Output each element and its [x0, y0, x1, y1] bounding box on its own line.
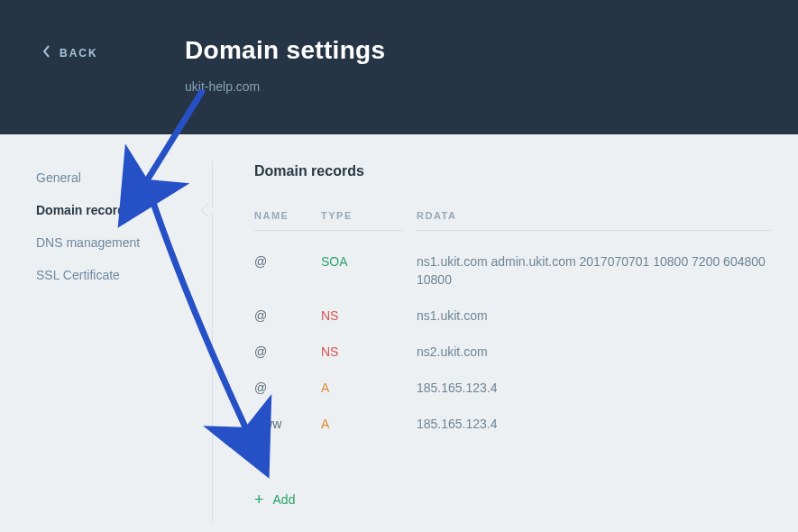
cell-name: @	[254, 307, 321, 325]
cell-name: @	[254, 252, 321, 271]
table-row: @ A 185.165.123.4	[254, 370, 771, 406]
add-record-button[interactable]: + Add	[254, 487, 771, 512]
content: General Domain records DNS management SS…	[0, 134, 798, 522]
header-main: Domain settings ukit-help.com	[185, 36, 385, 94]
table-row: @ SOA ns1.ukit.com admin.ukit.com 201707…	[254, 243, 771, 298]
sidebar-item-general[interactable]: General	[36, 163, 212, 192]
header: BACK Domain settings ukit-help.com	[0, 0, 798, 134]
cell-rdata: ns1.ukit.com admin.ukit.com 2017070701 1…	[417, 252, 771, 289]
cell-type: A	[321, 379, 402, 397]
sidebar-item-domain-records[interactable]: Domain records	[36, 196, 212, 225]
cell-type: A	[321, 415, 402, 433]
chevron-left-icon	[43, 45, 50, 60]
add-label: Add	[273, 492, 296, 507]
table-header: NAME TYPE RDATA	[254, 210, 771, 231]
sidebar-item-ssl-certificate[interactable]: SSL Certificate	[36, 261, 212, 289]
cell-type: SOA	[321, 252, 402, 271]
table-row: www A 185.165.123.4	[254, 406, 771, 442]
section-title: Domain records	[254, 163, 771, 179]
cell-name: @	[254, 379, 321, 397]
th-type: TYPE	[321, 210, 402, 231]
cell-name: www	[254, 415, 321, 433]
table-row: @ NS ns2.ukit.com	[254, 334, 771, 370]
cell-rdata: ns1.ukit.com	[417, 307, 771, 325]
cell-name: @	[254, 343, 321, 361]
cell-type: NS	[321, 307, 402, 325]
domain-name: ukit-help.com	[185, 79, 385, 94]
sidebar-item-dns-management[interactable]: DNS management	[36, 228, 212, 257]
plus-icon: +	[254, 493, 264, 506]
cell-type: NS	[321, 343, 402, 361]
sidebar: General Domain records DNS management SS…	[36, 161, 213, 522]
cell-rdata: 185.165.123.4	[417, 415, 771, 433]
th-name: NAME	[254, 210, 321, 231]
cell-rdata: ns2.ukit.com	[417, 343, 771, 361]
main: Domain records NAME TYPE RDATA @ SOA ns1…	[213, 161, 771, 522]
back-label: BACK	[60, 47, 98, 60]
th-rdata: RDATA	[417, 210, 771, 231]
table-row: @ NS ns1.ukit.com	[254, 298, 771, 334]
back-button[interactable]: BACK	[43, 45, 98, 60]
page-title: Domain settings	[185, 36, 385, 65]
records-table: NAME TYPE RDATA @ SOA ns1.ukit.com admin…	[254, 210, 771, 442]
cell-rdata: 185.165.123.4	[417, 379, 771, 397]
